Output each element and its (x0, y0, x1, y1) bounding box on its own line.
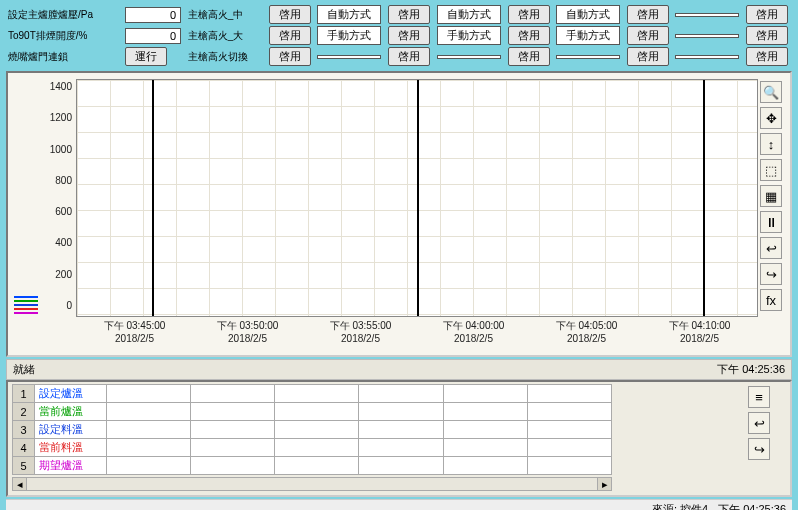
legend-panel: 1設定爐溫2當前爐溫3設定料溫4當前料溫5期望爐溫 ◂ ▸ ≡↩↪ (6, 380, 792, 497)
x-axis: 下午 03:45:002018/2/5下午 03:50:002018/2/5下午… (76, 317, 758, 351)
plot-area[interactable] (76, 79, 758, 317)
legend-row[interactable]: 3設定料溫 (13, 421, 612, 439)
enable-button-c0[interactable]: 啓用 (508, 5, 550, 24)
pan-icon[interactable]: ✥ (760, 107, 782, 129)
columns-icon[interactable]: ≡ (748, 386, 770, 408)
mode-field-d1 (675, 34, 739, 38)
control-grid: 設定主爐膛爐壓/Pa0主槍高火_中啓用自動方式啓用自動方式啓用自動方式啓用啓用T… (6, 4, 792, 67)
legend-name: 期望爐溫 (35, 457, 107, 475)
x-tick: 下午 03:50:002018/2/5 (191, 319, 304, 351)
legend-scrollbar[interactable]: ◂ ▸ (12, 477, 612, 491)
time-cursor[interactable] (152, 80, 154, 316)
mode-field-b1: 手動方式 (437, 26, 501, 45)
mode-field-c0: 自動方式 (556, 5, 620, 24)
enable-button-d2[interactable]: 啓用 (627, 47, 669, 66)
redo-icon[interactable]: ↪ (760, 263, 782, 285)
legend-index: 4 (13, 439, 35, 457)
scroll-right-button[interactable]: ▸ (597, 478, 611, 490)
legend-name: 設定料溫 (35, 421, 107, 439)
pause-icon[interactable]: ⏸ (760, 211, 782, 233)
fit-y-icon[interactable]: ↕ (760, 133, 782, 155)
legend-swatch (14, 312, 38, 314)
mode-field-b2 (437, 55, 501, 59)
mode-field-d0 (675, 13, 739, 17)
undo-icon[interactable]: ↩ (748, 412, 770, 434)
legend-swatch (14, 296, 38, 298)
time-cursor[interactable] (417, 80, 419, 316)
gun-label-2: 主槍高火切換 (188, 50, 266, 64)
y-tick: 1400 (50, 81, 72, 92)
y-tick: 1200 (50, 112, 72, 123)
legend-row[interactable]: 4當前料溫 (13, 439, 612, 457)
chart-toolbar: 🔍✥↕⬚▦⏸↩↪fx (758, 79, 786, 351)
enable-button-a1[interactable]: 啓用 (269, 26, 311, 45)
param-label-1: To90T排煙開度/% (8, 29, 121, 43)
select-icon[interactable]: ⬚ (760, 159, 782, 181)
enable-button-d0[interactable]: 啓用 (627, 5, 669, 24)
mode-field-a1: 手動方式 (317, 26, 381, 45)
interlock-run-button[interactable]: 運行 (125, 47, 167, 66)
legend-row[interactable]: 5期望爐溫 (13, 457, 612, 475)
y-axis: 1400120010008006004002000 (40, 79, 76, 351)
enable-button-a0[interactable]: 啓用 (269, 5, 311, 24)
y-tick: 600 (55, 206, 72, 217)
x-tick: 下午 03:45:002018/2/5 (78, 319, 191, 351)
scroll-left-button[interactable]: ◂ (13, 478, 27, 490)
mode-field-a2 (317, 55, 381, 59)
y-tick: 0 (66, 300, 72, 311)
status-bar: 就緒 下午 04:25:36 (6, 359, 792, 380)
footer-source: 來源: 控件4 (652, 502, 708, 510)
zoom-icon[interactable]: 🔍 (760, 81, 782, 103)
function-icon[interactable]: fx (760, 289, 782, 311)
y-tick: 1000 (50, 144, 72, 155)
legend-swatch (14, 300, 38, 302)
legend-index: 5 (13, 457, 35, 475)
x-tick: 下午 04:00:002018/2/5 (417, 319, 530, 351)
y-tick: 800 (55, 175, 72, 186)
enable-button-b2[interactable]: 啓用 (388, 47, 430, 66)
legend-name: 當前料溫 (35, 439, 107, 457)
legend-swatch (14, 304, 38, 306)
param-label-0: 設定主爐膛爐壓/Pa (8, 8, 121, 22)
param-value-1[interactable]: 0 (125, 28, 181, 44)
legend-name: 當前爐溫 (35, 403, 107, 421)
enable-button-d1[interactable]: 啓用 (627, 26, 669, 45)
param-label-2: 燒嘴爐門連鎖 (8, 50, 121, 64)
enable-button-c1[interactable]: 啓用 (508, 26, 550, 45)
status-text: 就緒 (13, 362, 35, 377)
y-tick: 400 (55, 237, 72, 248)
footer-time: 下午 04:25:36 (718, 502, 786, 510)
enable-button-e2[interactable]: 啓用 (746, 47, 788, 66)
enable-button-c2[interactable]: 啓用 (508, 47, 550, 66)
legend-table: 1設定爐溫2當前爐溫3設定料溫4當前料溫5期望爐溫 (12, 384, 612, 475)
legend-row[interactable]: 2當前爐溫 (13, 403, 612, 421)
trend-chart-panel: 找答案 1400120010008006004002000 下午 03:45:0… (6, 71, 792, 357)
redo-icon[interactable]: ↪ (748, 438, 770, 460)
enable-button-b1[interactable]: 啓用 (388, 26, 430, 45)
gun-label-1: 主槍高火_大 (188, 29, 266, 43)
enable-button-a2[interactable]: 啓用 (269, 47, 311, 66)
status-time: 下午 04:25:36 (717, 362, 785, 377)
mode-field-d2 (675, 55, 739, 59)
grid-icon[interactable]: ▦ (760, 185, 782, 207)
legend-swatch (14, 308, 38, 310)
enable-button-b0[interactable]: 啓用 (388, 5, 430, 24)
x-tick: 下午 04:10:002018/2/5 (643, 319, 756, 351)
undo-icon[interactable]: ↩ (760, 237, 782, 259)
mode-field-c1: 手動方式 (556, 26, 620, 45)
legend-index: 1 (13, 385, 35, 403)
param-value-0[interactable]: 0 (125, 7, 181, 23)
mode-field-b0: 自動方式 (437, 5, 501, 24)
series-color-stub (12, 79, 40, 351)
legend-index: 3 (13, 421, 35, 439)
gun-label-0: 主槍高火_中 (188, 8, 266, 22)
mode-field-c2 (556, 55, 620, 59)
enable-button-e1[interactable]: 啓用 (746, 26, 788, 45)
enable-button-e0[interactable]: 啓用 (746, 5, 788, 24)
x-tick: 下午 03:55:002018/2/5 (304, 319, 417, 351)
footer-bar: 來源: 控件4 下午 04:25:36 (6, 499, 792, 510)
legend-index: 2 (13, 403, 35, 421)
time-cursor[interactable] (703, 80, 705, 316)
y-tick: 200 (55, 269, 72, 280)
legend-row[interactable]: 1設定爐溫 (13, 385, 612, 403)
